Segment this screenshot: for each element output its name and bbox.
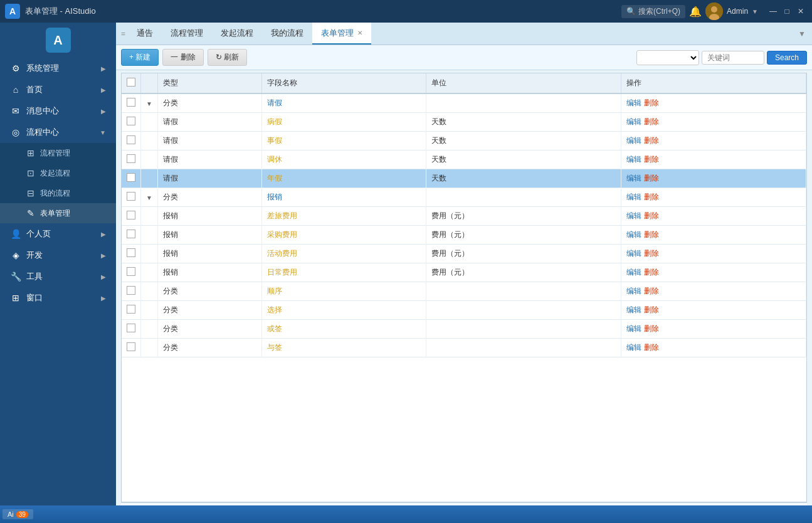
delete-row-button[interactable]: 删除 [644,249,659,258]
field-link[interactable]: 事假 [267,136,282,145]
edit-button[interactable]: 编辑 [626,98,641,107]
field-link[interactable]: 采购费用 [267,230,297,239]
tab-flow-manage[interactable]: 流程管理 [162,23,212,45]
tab-launch-flow[interactable]: 发起流程 [212,23,262,45]
edit-button[interactable]: 编辑 [626,268,641,277]
user-name[interactable]: Admin [727,7,748,16]
row-checkbox[interactable] [127,230,135,238]
field-link[interactable]: 报销 [267,193,282,201]
new-button[interactable]: + 新建 [121,49,159,66]
tab-form-manage[interactable]: 表单管理 ✕ [312,23,371,45]
row-checkbox[interactable] [127,342,135,351]
row-checkbox[interactable] [127,324,135,332]
maximize-button[interactable]: □ [781,5,793,18]
tab-notice[interactable]: 通告 [128,23,162,45]
row-checkbox[interactable] [127,117,135,125]
edit-button[interactable]: 编辑 [626,305,641,314]
delete-row-button[interactable]: 删除 [644,174,659,182]
unit-cell [426,93,621,113]
field-link[interactable]: 顺序 [267,287,282,295]
row-checkbox[interactable] [127,135,135,144]
tab-more[interactable]: ▼ [792,23,812,45]
field-link[interactable]: 活动费用 [267,249,297,258]
field-link[interactable]: 与签 [267,343,282,352]
tab-my-flow[interactable]: 我的流程 [262,23,312,45]
sidebar-item-flow-center[interactable]: ◎ 流程中心 ▼ [0,122,116,143]
field-link[interactable]: 选择 [267,305,282,314]
row-checkbox[interactable] [127,192,135,201]
sidebar-item-flow-manage[interactable]: ⊞ 流程管理 [0,143,116,163]
sidebar-label-message: 消息中心 [26,105,59,117]
sidebar-item-window[interactable]: ⊞ 窗口 ▶ [0,287,116,309]
expand-arrow-icon[interactable]: ▼ [146,100,152,107]
row-checkbox[interactable] [127,211,135,219]
edit-button[interactable]: 编辑 [626,174,641,182]
row-checkbox[interactable] [127,248,135,257]
edit-button[interactable]: 编辑 [626,249,641,258]
field-link[interactable]: 病假 [267,117,282,126]
delete-row-button[interactable]: 删除 [644,117,659,126]
edit-button[interactable]: 编辑 [626,155,641,164]
home-icon: ⌂ [10,84,21,95]
edit-button[interactable]: 编辑 [626,230,641,239]
row-checkbox[interactable] [127,305,135,314]
sidebar-item-home[interactable]: ⌂ 首页 ▶ [0,79,116,100]
edit-button[interactable]: 编辑 [626,324,641,333]
tab-menu-icon[interactable]: = [119,23,128,45]
op-cell: 编辑删除 [621,282,806,301]
delete-row-button[interactable]: 删除 [644,287,659,295]
sidebar-item-system[interactable]: ⚙ 系统管理 ▶ [0,58,116,79]
row-checkbox[interactable] [127,154,135,163]
delete-row-button[interactable]: 删除 [644,211,659,220]
delete-row-button[interactable]: 删除 [644,98,659,107]
field-link[interactable]: 日常费用 [267,268,297,277]
field-link[interactable]: 或签 [267,324,282,333]
refresh-button[interactable]: ↻ 刷新 [208,49,247,66]
edit-button[interactable]: 编辑 [626,211,641,220]
delete-button[interactable]: 一 删除 [162,49,203,66]
field-link[interactable]: 年假 [267,174,282,182]
sidebar-item-message[interactable]: ✉ 消息中心 ▶ [0,100,116,122]
expand-arrow-icon[interactable]: ▼ [146,194,152,201]
edit-button[interactable]: 编辑 [626,287,641,295]
sidebar-item-my-flow[interactable]: ⊟ 我的流程 [0,183,116,203]
sidebar-item-launch-flow[interactable]: ⊡ 发起流程 [0,163,116,183]
minimize-button[interactable]: — [767,5,779,18]
delete-row-button[interactable]: 删除 [644,268,659,277]
sidebar-item-form-manage[interactable]: ✎ 表单管理 [0,203,116,223]
edit-button[interactable]: 编辑 [626,343,641,352]
sidebar-item-personal[interactable]: 👤 个人页 ▶ [0,223,116,245]
search-type-select[interactable] [636,50,699,65]
edit-button[interactable]: 编辑 [626,193,641,201]
row-checkbox[interactable] [127,98,135,107]
delete-row-button[interactable]: 删除 [644,193,659,201]
field-link[interactable]: 差旅费用 [267,211,297,220]
user-dropdown-icon[interactable]: ▼ [752,8,758,15]
row-checkbox[interactable] [127,267,135,276]
row-checkbox[interactable] [127,173,135,182]
field-cell: 病假 [261,113,426,132]
delete-row-button[interactable]: 删除 [644,305,659,314]
taskbar-item-ai[interactable]: Ai 39 [3,509,33,519]
close-button[interactable]: ✕ [794,5,807,18]
taskbar-badge: 39 [16,511,28,518]
sidebar-label-my-flow: 我的流程 [40,188,70,199]
delete-row-button[interactable]: 删除 [644,155,659,164]
field-link[interactable]: 请假 [267,98,282,107]
notification-bell[interactable]: 🔔 [689,5,702,18]
edit-button[interactable]: 编辑 [626,117,641,126]
sidebar-item-tools[interactable]: 🔧 工具 ▶ [0,266,116,287]
search-input[interactable] [702,51,764,65]
row-checkbox[interactable] [127,286,135,295]
select-all-checkbox[interactable] [127,78,135,87]
field-link[interactable]: 调休 [267,155,282,164]
delete-row-button[interactable]: 删除 [644,343,659,352]
search-shortcut[interactable]: 🔍 搜索(Ctrl+Q) [621,5,685,18]
search-button[interactable]: Search [767,51,807,65]
close-tab-icon[interactable]: ✕ [357,29,362,36]
sidebar-item-dev[interactable]: ◈ 开发 ▶ [0,245,116,266]
delete-row-button[interactable]: 删除 [644,136,659,145]
edit-button[interactable]: 编辑 [626,136,641,145]
delete-row-button[interactable]: 删除 [644,230,659,239]
delete-row-button[interactable]: 删除 [644,324,659,333]
